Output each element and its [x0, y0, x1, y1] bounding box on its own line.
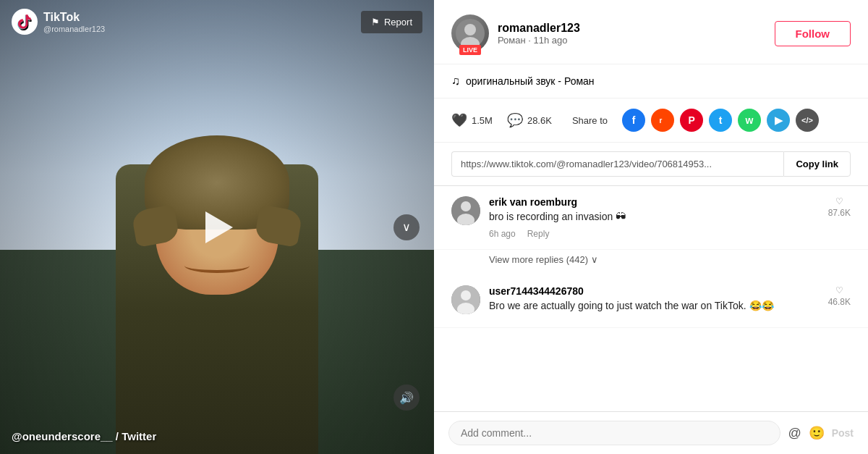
music-note-icon: ♫: [451, 75, 460, 88]
music-section: ♫ оригинальный звук - Роман: [434, 64, 868, 98]
chevron-down-replies-icon: ∨: [591, 254, 598, 265]
tiktok-name: TikTok: [43, 10, 105, 24]
heart-icon: 🖤: [451, 112, 467, 128]
comment-2-author: user7144344426780: [489, 285, 820, 297]
stats-section: 🖤 1.5M 💬 28.6K Share to f r P t w ▶ </>: [434, 98, 868, 143]
comment-1-avatar: [451, 196, 480, 225]
comments-stat: 💬 28.6K: [507, 112, 552, 128]
sound-icon: 🔊: [399, 391, 414, 405]
tiktok-logo-area: TikTok @romanadler123: [12, 9, 105, 35]
share-twitter[interactable]: t: [709, 109, 732, 132]
comment-1-like[interactable]: ♡ 87.6K: [828, 196, 851, 239]
report-button[interactable]: ⚑ Report: [361, 11, 422, 33]
play-triangle-icon: [205, 211, 233, 243]
profile-left: LIVE romanadler123 Роман · 11h ago: [451, 14, 580, 52]
comment-1: erik van roemburg bro is recording an in…: [434, 186, 868, 250]
post-button[interactable]: Post: [832, 427, 854, 439]
avatar-container: LIVE: [451, 14, 489, 52]
share-label: Share to: [572, 115, 608, 126]
share-embed[interactable]: </>: [796, 109, 819, 132]
comment-2-likes: 46.8K: [828, 297, 851, 307]
heart-outline-icon: ♡: [835, 196, 843, 206]
svg-text:r: r: [660, 117, 663, 125]
view-more-text: View more replies (442): [489, 254, 588, 265]
share-facebook[interactable]: f: [622, 109, 645, 132]
live-badge: LIVE: [459, 45, 481, 55]
comment-icon: 💬: [507, 112, 523, 128]
share-reddit[interactable]: r: [651, 109, 674, 132]
view-more-replies[interactable]: View more replies (442) ∨: [472, 250, 868, 275]
reddit-icon: r: [656, 114, 669, 127]
meta-info: Роман · 11h ago: [498, 35, 580, 46]
emoji-icon[interactable]: 🙂: [809, 425, 825, 441]
watermark-text: @oneunderscore__ / Twitter: [12, 430, 156, 442]
svg-point-10: [461, 290, 471, 300]
likes-stat: 🖤 1.5M: [451, 112, 493, 128]
share-icons: f r P t w ▶ </>: [622, 109, 819, 132]
chevron-down-icon: ∨: [402, 220, 411, 234]
comment-1-reply[interactable]: Reply: [527, 229, 550, 239]
comment-1-author: erik van roemburg: [489, 196, 820, 208]
comment-1-likes: 87.6K: [828, 208, 851, 218]
report-label: Report: [384, 17, 412, 28]
username: romanadler123: [498, 22, 580, 35]
right-panel: LIVE romanadler123 Роман · 11h ago Follo…: [434, 0, 868, 454]
scroll-down-button[interactable]: ∨: [393, 214, 420, 240]
comment-1-meta: 6h ago Reply: [489, 229, 820, 239]
play-button[interactable]: [194, 204, 240, 251]
comment-2-avatar-icon: [451, 285, 480, 314]
comment-2-avatar: [451, 285, 480, 314]
svg-point-2: [464, 24, 476, 35]
share-pinterest[interactable]: P: [680, 109, 703, 132]
share-telegram[interactable]: ▶: [767, 109, 790, 132]
follow-button[interactable]: Follow: [775, 21, 851, 46]
likes-count: 1.5M: [472, 115, 493, 126]
comments-section: erik van roemburg bro is recording an in…: [434, 186, 868, 411]
comment-2: user7144344426780 Bro we are actually go…: [434, 275, 868, 329]
avatar-icon: [456, 19, 485, 48]
comments-count: 28.6K: [527, 115, 552, 126]
link-section: https://www.tiktok.com/@romanadler123/vi…: [434, 143, 868, 186]
comment-1-text: bro is recording an invasion 🕶: [489, 210, 820, 224]
add-comment-section: @ 🙂 Post: [434, 411, 868, 454]
time-ago: 11h ago: [534, 35, 568, 46]
comment-1-body: erik van roemburg bro is recording an in…: [489, 196, 820, 239]
comment-2-text: Bro we are actually going to just watch …: [489, 299, 820, 314]
heart-outline-2-icon: ♡: [835, 285, 843, 295]
comment-action-icons: @ 🙂: [788, 425, 824, 441]
add-comment-input[interactable]: [448, 421, 780, 445]
profile-info: romanadler123 Роман · 11h ago: [498, 22, 580, 46]
comment-1-avatar-icon: [451, 196, 480, 225]
tiktok-logo-icon: [12, 9, 38, 35]
video-header: TikTok @romanadler123 ⚑ Report: [0, 0, 434, 43]
share-whatsapp[interactable]: w: [738, 109, 761, 132]
comment-2-like[interactable]: ♡ 46.8K: [828, 285, 851, 318]
display-name: Роман: [498, 35, 526, 46]
comment-2-body: user7144344426780 Bro we are actually go…: [489, 285, 820, 318]
separator: ·: [528, 35, 533, 46]
copy-link-button[interactable]: Copy link: [783, 151, 851, 177]
tiktok-handle: @romanadler123: [43, 25, 105, 33]
svg-point-7: [461, 201, 471, 211]
tiktok-brand: TikTok @romanadler123: [43, 10, 105, 33]
at-icon[interactable]: @: [788, 426, 801, 441]
svg-point-0: [12, 9, 38, 35]
sound-button[interactable]: 🔊: [393, 384, 420, 411]
mouth: [184, 258, 250, 273]
person-figure: [94, 106, 340, 454]
music-text: оригинальный звук - Роман: [466, 75, 595, 87]
comment-1-time: 6h ago: [489, 229, 516, 239]
video-link[interactable]: https://www.tiktok.com/@romanadler123/vi…: [451, 151, 783, 177]
svg-point-4: [656, 114, 669, 127]
video-panel: TikTok @romanadler123 ⚑ Report ∨ 🔊 @oneu…: [0, 0, 434, 454]
flag-icon: ⚑: [371, 17, 380, 28]
profile-section: LIVE romanadler123 Роман · 11h ago Follo…: [434, 0, 868, 64]
